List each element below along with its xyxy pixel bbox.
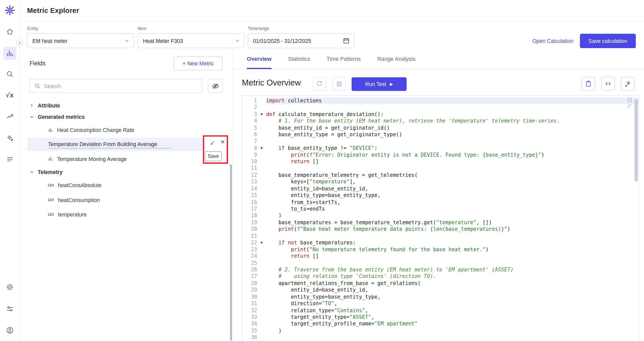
editor-line[interactable]: 22 if not base_temperatures: (242, 239, 639, 246)
editor-line[interactable]: 4 # 1. For the base entity (EM heat mete… (242, 118, 639, 125)
editor-scrollbar[interactable] (634, 99, 638, 181)
ai-assist-button[interactable] (621, 77, 635, 91)
editor-line[interactable]: 25 (242, 260, 639, 267)
editor-line[interactable]: 26 # 2. Traverse from the base entity (E… (242, 267, 639, 273)
editor-line[interactable]: 35 ) (242, 327, 639, 334)
run-test-button[interactable]: Run Test ▶ (352, 77, 407, 91)
sidebar-item-settings[interactable] (3, 280, 16, 294)
formula-icon: √x (6, 92, 14, 99)
sidebar-item-list[interactable] (3, 153, 16, 166)
sidebar-item-search[interactable] (3, 67, 16, 80)
save-code-button[interactable] (332, 77, 346, 91)
line-number: 18 (242, 212, 259, 219)
tree-group-telemetry[interactable]: Telemetry (20, 166, 232, 178)
fold-gutter (259, 158, 264, 165)
item-select[interactable]: Heat Meter F303 (138, 33, 244, 48)
open-calculation-link[interactable]: Open Calculation (532, 38, 573, 44)
editor-line[interactable]: 31 direction="TO", (242, 300, 639, 307)
editor-line[interactable]: 5 base_entity_id = get_originator_id() (242, 125, 639, 131)
app-window: √x Metric Explorer Entity EM hea (0, 0, 644, 341)
sidebar-item-formulas[interactable]: √x (3, 89, 16, 102)
code-view-button[interactable] (601, 77, 615, 91)
filter-bar: Entity EM heat meter Item Heat Meter F30… (20, 21, 644, 49)
tree-group-label: Telemetry (38, 169, 63, 175)
tab-time-patterns[interactable]: Time Patterns (327, 49, 361, 69)
confirm-rename-button[interactable]: ✓ (210, 139, 215, 147)
editor-line[interactable]: 3def calculate_temperature_deviation(): (242, 111, 639, 118)
editor-line[interactable]: 34 target_entity_profile_name="EM apartm… (242, 321, 639, 327)
sidebar-item-account[interactable] (3, 324, 16, 337)
editor-line[interactable]: 2 (242, 104, 639, 111)
sidebar-item-metric-explorer[interactable] (3, 47, 16, 60)
tab-overview[interactable]: Overview (247, 49, 272, 69)
editor-line[interactable]: 13 keys=["temperature"], (242, 179, 639, 185)
metric-name-input[interactable] (48, 140, 171, 149)
editor-line[interactable]: 28 apartment_relations_from_base = get_r… (242, 280, 639, 287)
code-text (266, 138, 639, 145)
tab-statistics[interactable]: Statistics (288, 49, 310, 69)
editor-line[interactable]: 36 (242, 334, 639, 341)
search-icon (34, 83, 41, 89)
editor-line[interactable]: 11 (242, 165, 639, 172)
editor-line[interactable]: 6 base_entity_type = get_originator_type… (242, 131, 639, 138)
fold-marker-icon[interactable] (259, 239, 264, 246)
editor-line[interactable]: 14 entity_id=base_entity_id, (242, 185, 639, 192)
editor-line[interactable]: 19 base_temperatures = base_temperature_… (242, 219, 639, 226)
code-text: from_ts=startTs, (266, 199, 639, 206)
tree-item-heat-consumption-change-rate[interactable]: Heat Consumption Change Rate (20, 124, 232, 136)
code-editor[interactable]: 1import collections23def calculate_tempe… (242, 95, 639, 341)
copy-code-button[interactable] (582, 77, 595, 91)
editor-line[interactable]: 29 entity_id=base_entity_id, (242, 287, 639, 294)
editor-line[interactable]: 17 to_ts=endTs (242, 206, 639, 212)
editor-line[interactable]: 8 if base_entity_type != "DEVICE": (242, 145, 639, 152)
fold-gutter (259, 219, 264, 226)
tree-group-generated-metrics[interactable]: Generated metrics (20, 111, 232, 123)
fields-scrollbar[interactable] (230, 164, 232, 340)
editor-line[interactable]: 18 ) (242, 212, 639, 219)
sidebar-expand-button[interactable] (16, 40, 23, 47)
editor-line[interactable]: 24 return [] (242, 253, 639, 260)
editor-line[interactable]: 7 (242, 138, 639, 145)
fold-marker-icon[interactable] (259, 111, 264, 118)
tree-item-temperature-moving-average[interactable]: Temperature Moving Average (20, 153, 232, 165)
new-metric-button[interactable]: + New Metric (174, 56, 223, 70)
tree-group-label: Attribute (38, 102, 60, 108)
editor-line[interactable]: 33 target_entity_type="ASSET", (242, 314, 639, 321)
app-logo[interactable] (3, 4, 16, 17)
cancel-rename-button[interactable]: × (221, 138, 225, 147)
fold-gutter (259, 138, 264, 145)
tree-group-attribute[interactable]: Attribute (20, 100, 232, 111)
run-test-label: Run Test (365, 81, 386, 87)
editor-line[interactable]: 21 (242, 233, 639, 240)
editor-line[interactable]: 23 print("No temperature telemetry found… (242, 246, 639, 253)
sidebar-item-trends[interactable] (3, 110, 16, 123)
editor-line[interactable]: 20 print(f"Base heat meter temperature d… (242, 226, 639, 233)
fields-search-input[interactable] (44, 83, 197, 89)
refresh-button[interactable] (313, 77, 326, 91)
editor-line[interactable]: 16 from_ts=startTs, (242, 199, 639, 206)
timerange-filter: Timerange 01/01/2025 - 31/12/2025 (248, 26, 354, 48)
code-text (266, 104, 639, 111)
editor-line[interactable]: 9 print(f"Error: Originator entity is no… (242, 152, 639, 158)
sidebar-item-ai[interactable] (3, 132, 16, 145)
editor-line[interactable]: 32 relation_type="Contains", (242, 307, 639, 314)
tab-range-analysis[interactable]: Range Analysis (377, 49, 416, 69)
editor-line[interactable]: 10 return [] (242, 158, 639, 165)
sidebar-item-home[interactable] (3, 25, 16, 38)
sidebar-item-preferences[interactable] (3, 302, 16, 316)
save-calculation-button[interactable]: Save calculation (580, 34, 636, 48)
tree-item-heatconsabsolute[interactable]: 123 heatConsAbsolute (20, 179, 232, 191)
fold-marker-icon[interactable] (259, 145, 264, 152)
tree-item-temperature[interactable]: 123 temperature (20, 209, 232, 220)
toggle-hidden-fields-button[interactable] (208, 79, 223, 93)
editor-line[interactable]: 30 entity_type=base_entity_type, (242, 294, 639, 300)
editor-line[interactable]: 1import collections (242, 97, 639, 104)
editor-line[interactable]: 27 # using relation type 'Contains' (dir… (242, 273, 639, 280)
entity-select[interactable]: EM heat meter (27, 33, 134, 48)
editor-line[interactable]: 15 entity_type=base_entity_type, (242, 192, 639, 199)
tree-item-heatconsumption[interactable]: 123 heatConsumption (20, 194, 232, 206)
line-number: 20 (242, 226, 259, 233)
sliders-icon (6, 305, 14, 313)
timerange-input[interactable]: 01/01/2025 - 31/12/2025 (248, 33, 354, 48)
editor-line[interactable]: 12 base_temperature_telemetry = get_tele… (242, 172, 639, 179)
